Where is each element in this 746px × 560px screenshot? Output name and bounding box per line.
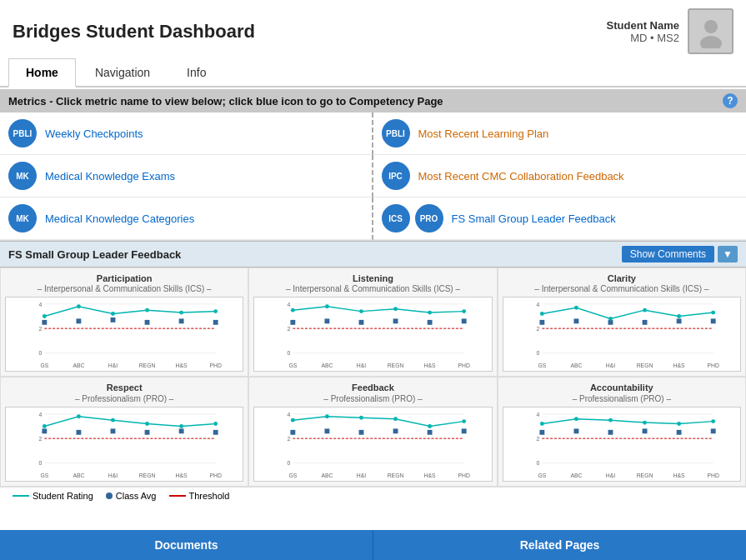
related-pages-button[interactable]: Related Pages (373, 530, 746, 560)
svg-point-124 (393, 417, 398, 421)
tab-info[interactable]: Info (169, 58, 223, 86)
metrics-grid: PBLI Weekly Checkpoints PBLI Most Recent… (0, 112, 746, 241)
metric-mk-exams[interactable]: Medical Knowledge Exams (45, 170, 175, 182)
svg-rect-118 (393, 428, 398, 433)
chart-subtitle-0: – Interpersonal & Communication Skills (… (5, 284, 243, 294)
chart-title-0: Participation (5, 272, 243, 284)
svg-text:H&I: H&I (357, 472, 366, 478)
svg-text:GS: GS (289, 472, 298, 478)
chart-title-1: Listening (253, 272, 492, 284)
svg-text:REGN: REGN (388, 362, 404, 368)
metric-weekly-checkpoints[interactable]: Weekly Checkpoints (45, 128, 143, 140)
chart-area-3: 024GSABCH&IREGNH&SPHD (5, 407, 243, 482)
svg-rect-119 (428, 429, 433, 434)
header: Bridges Student Dashboard Student Name M… (0, 0, 746, 54)
help-icon[interactable]: ? (723, 93, 738, 108)
chart-title-3: Respect (5, 382, 243, 393)
show-comments-button[interactable]: Show Comments (622, 246, 714, 262)
badge-ics[interactable]: ICS (382, 204, 410, 232)
svg-point-51 (463, 309, 467, 313)
svg-rect-143 (642, 428, 647, 433)
svg-rect-44 (428, 320, 433, 325)
svg-text:ABC: ABC (322, 362, 333, 368)
badge-pbli-1[interactable]: PBLI (8, 119, 37, 148)
svg-text:4: 4 (39, 411, 43, 417)
svg-text:GS: GS (538, 362, 546, 368)
svg-text:H&S: H&S (424, 362, 436, 368)
svg-rect-45 (462, 319, 467, 324)
metric-row-mk-categories: MK Medical Knowledge Categories (0, 198, 373, 240)
metric-mk-categories[interactable]: Medical Knowledge Categories (45, 212, 194, 225)
svg-rect-68 (642, 320, 647, 325)
svg-point-24 (145, 308, 149, 312)
avatar (688, 8, 733, 54)
metric-fs-feedback[interactable]: FS Small Group Leader Feedback (452, 212, 616, 225)
svg-text:0: 0 (288, 351, 291, 357)
svg-rect-94 (179, 428, 184, 433)
chart-title-2: Clarity (503, 272, 741, 284)
svg-rect-20 (213, 320, 218, 325)
svg-text:ABC: ABC (73, 472, 84, 478)
svg-text:2: 2 (536, 326, 539, 332)
svg-text:ABC: ABC (570, 362, 582, 368)
svg-rect-17 (111, 318, 116, 322)
svg-point-72 (574, 306, 578, 310)
svg-rect-117 (359, 429, 364, 434)
svg-text:H&I: H&I (108, 362, 118, 368)
badge-pro[interactable]: PRO (415, 204, 443, 232)
svg-text:H&I: H&I (108, 472, 118, 478)
chart-cell-5: Accountability– Professionalism (PRO) –0… (498, 377, 746, 486)
svg-text:4: 4 (288, 302, 291, 308)
svg-text:GS: GS (40, 472, 48, 478)
svg-text:2: 2 (288, 436, 291, 442)
svg-text:2: 2 (39, 326, 43, 332)
svg-rect-65 (539, 320, 544, 325)
chart-cell-2: Clarity– Interpersonal & Communication S… (498, 268, 746, 377)
svg-rect-43 (393, 319, 398, 324)
metric-cmc[interactable]: Most Recent CMC Collaboration Feedback (418, 170, 624, 182)
badge-mk-1[interactable]: MK (8, 162, 37, 190)
chart-area-0: 024GSABCH&IREGNH&SPHD (5, 297, 243, 372)
svg-point-149 (643, 420, 647, 424)
chart-subtitle-2: – Interpersonal & Communication Skills (… (503, 284, 741, 294)
svg-rect-91 (76, 429, 81, 434)
svg-rect-140 (539, 429, 544, 434)
svg-text:GS: GS (289, 362, 298, 368)
svg-text:2: 2 (39, 436, 43, 442)
svg-text:0: 0 (288, 460, 291, 466)
svg-rect-93 (145, 429, 150, 434)
app-container: Bridges Student Dashboard Student Name M… (0, 0, 746, 560)
legend-student-label: Student Rating (33, 491, 93, 501)
badge-pbli-2[interactable]: PBLI (382, 119, 410, 148)
student-text: Student Name MD • MS2 (607, 19, 679, 44)
svg-rect-66 (573, 319, 578, 324)
tab-home[interactable]: Home (8, 58, 76, 88)
metrics-bar: Metrics - Click metric name to view belo… (0, 89, 746, 112)
svg-point-25 (179, 311, 183, 315)
show-comments-dropdown[interactable]: ▼ (718, 246, 738, 262)
svg-point-125 (428, 424, 432, 428)
chart-cell-3: Respect– Professionalism (PRO) –024GSABC… (0, 377, 248, 486)
section-title: FS Small Group Leader Feedback (8, 248, 181, 261)
chart-cell-1: Listening– Interpersonal & Communication… (248, 268, 497, 377)
svg-text:REGN: REGN (388, 472, 404, 478)
svg-text:PHD: PHD (458, 472, 470, 478)
badge-ipc[interactable]: IPC (382, 162, 410, 190)
svg-text:PHD: PHD (707, 362, 718, 368)
chart-area-1: 024GSABCH&IREGNH&SPHD (253, 297, 492, 372)
svg-point-150 (677, 422, 681, 426)
chart-title-4: Feedback (253, 382, 492, 393)
chart-area-5: 024GSABCH&IREGNH&SPHD (503, 407, 741, 482)
chart-svg-0: 024GSABCH&IREGNH&SPHD (6, 298, 243, 371)
documents-button[interactable]: Documents (0, 530, 373, 560)
svg-rect-41 (325, 319, 330, 324)
svg-rect-115 (291, 429, 296, 434)
svg-rect-141 (573, 428, 578, 433)
chart-subtitle-4: – Professionalism (PRO) – (253, 394, 492, 404)
svg-rect-16 (76, 319, 81, 324)
metric-learning-plan[interactable]: Most Recent Learning Plan (418, 128, 549, 140)
svg-point-74 (643, 308, 647, 312)
tab-navigation[interactable]: Navigation (78, 58, 168, 86)
svg-text:H&I: H&I (605, 472, 614, 478)
badge-mk-2[interactable]: MK (8, 204, 37, 232)
